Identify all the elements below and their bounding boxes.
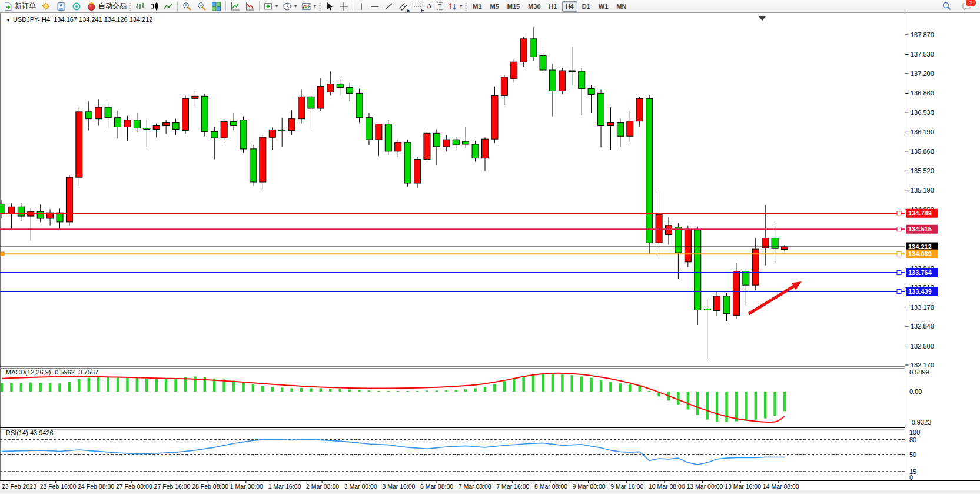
svg-text:1 Mar 16:00: 1 Mar 16:00 bbox=[268, 483, 301, 490]
text-tool-icon: A bbox=[427, 2, 432, 11]
svg-text:137.200: 137.200 bbox=[911, 70, 934, 77]
search-button[interactable] bbox=[939, 0, 954, 13]
vertical-line-tool-button[interactable] bbox=[355, 0, 368, 13]
arrows-tool-button[interactable]: ▾ bbox=[446, 0, 464, 13]
zoom-out-button[interactable] bbox=[194, 0, 209, 13]
horizontal-line-tool-button[interactable] bbox=[368, 0, 382, 13]
cursor-icon bbox=[325, 2, 334, 11]
candlestick-chart-icon bbox=[150, 2, 159, 11]
zoom-in-button[interactable] bbox=[180, 0, 194, 13]
auto-trading-label: 自动交易 bbox=[98, 1, 127, 11]
svg-text:14 Mar 08:00: 14 Mar 08:00 bbox=[763, 483, 799, 490]
toolbar-right: 1 bbox=[939, 0, 980, 13]
svg-text:134.212: 134.212 bbox=[908, 243, 932, 250]
svg-text:134.515: 134.515 bbox=[908, 226, 932, 233]
svg-text:0: 0 bbox=[909, 474, 913, 481]
signal-icon bbox=[71, 2, 82, 11]
chart-window[interactable]: 137.870137.530137.200136.860136.530136.1… bbox=[0, 13, 980, 490]
toolbar-grip bbox=[319, 2, 321, 11]
chart-title: ▼USDJPY-,H4 134.167 134.241 134.126 134.… bbox=[6, 16, 152, 23]
timeframe-D1[interactable]: D1 bbox=[579, 1, 594, 12]
svg-text:9 Mar 00:00: 9 Mar 00:00 bbox=[573, 483, 606, 490]
new-chart-button[interactable]: ▾ bbox=[261, 0, 280, 13]
line-handle[interactable] bbox=[897, 227, 901, 231]
periods-button[interactable]: ▾ bbox=[280, 0, 299, 13]
chevron-down-icon: ▾ bbox=[294, 4, 297, 9]
svg-text:134.789: 134.789 bbox=[908, 210, 932, 217]
toolbar-grip bbox=[129, 2, 131, 11]
line-handle[interactable] bbox=[897, 271, 901, 275]
text-tool-button[interactable]: A bbox=[424, 0, 434, 13]
line-chart-button[interactable] bbox=[161, 0, 175, 13]
timeframe-M5[interactable]: M5 bbox=[487, 1, 503, 12]
svg-text:136.860: 136.860 bbox=[911, 89, 934, 97]
bar-chart-button[interactable] bbox=[133, 0, 147, 13]
market-button[interactable] bbox=[54, 0, 69, 13]
svg-text:1 Mar 00:00: 1 Mar 00:00 bbox=[230, 483, 263, 490]
auto-trading-button[interactable]: 自动交易 bbox=[84, 0, 129, 13]
profit-chart-button[interactable] bbox=[228, 0, 242, 13]
fibonacci-letter: F bbox=[421, 8, 424, 13]
new-chart-icon bbox=[264, 2, 273, 11]
favorites-button[interactable] bbox=[38, 0, 54, 13]
svg-text:137.530: 137.530 bbox=[911, 51, 934, 58]
text-label-tool-button[interactable]: T bbox=[434, 0, 446, 13]
svg-text:28 Feb 08:00: 28 Feb 08:00 bbox=[192, 483, 228, 490]
toolbar-separator bbox=[259, 1, 260, 11]
svg-text:23 Feb 2023: 23 Feb 2023 bbox=[2, 483, 36, 490]
auto-trading-icon bbox=[87, 2, 97, 11]
timeframe-W1[interactable]: W1 bbox=[595, 1, 612, 12]
text-label-icon: T bbox=[437, 2, 444, 10]
collapse-triangle-icon[interactable]: ▼ bbox=[6, 18, 11, 23]
timeframe-H4[interactable]: H4 bbox=[562, 1, 577, 12]
svg-text:27 Feb 16:00: 27 Feb 16:00 bbox=[154, 483, 191, 490]
signals-button[interactable] bbox=[69, 0, 84, 13]
line-handle[interactable] bbox=[897, 211, 901, 215]
zoom-out-icon bbox=[197, 2, 207, 11]
tile-windows-button[interactable] bbox=[209, 0, 224, 13]
horizontal-line-icon bbox=[370, 2, 380, 11]
notifications-button[interactable]: 1 bbox=[959, 0, 974, 13]
crosshair-tool-button[interactable] bbox=[337, 0, 351, 13]
svg-text:132.840: 132.840 bbox=[911, 323, 934, 330]
svg-text:132.500: 132.500 bbox=[911, 343, 934, 350]
svg-text:100: 100 bbox=[909, 429, 920, 436]
chevron-down-icon: ▾ bbox=[460, 4, 462, 9]
loss-chart-button[interactable] bbox=[242, 0, 257, 13]
timeframe-M15[interactable]: M15 bbox=[504, 1, 523, 12]
price-axis: 137.870137.530137.200136.860136.530136.1… bbox=[905, 31, 934, 369]
trend-arrow-annotation[interactable] bbox=[749, 281, 802, 314]
timeframe-M30[interactable]: M30 bbox=[524, 1, 544, 12]
timeframe-H1[interactable]: H1 bbox=[546, 1, 561, 12]
templates-button[interactable]: ▾ bbox=[299, 0, 318, 13]
svg-text:24 Feb 08:00: 24 Feb 08:00 bbox=[78, 483, 114, 490]
fibonacci-tool-button[interactable]: F bbox=[410, 0, 424, 13]
profit-up-icon bbox=[230, 2, 240, 11]
svg-text:27 Feb 00:00: 27 Feb 00:00 bbox=[116, 483, 152, 490]
svg-text:50: 50 bbox=[909, 451, 916, 458]
trendline-tool-button[interactable] bbox=[382, 0, 396, 13]
market-person-icon bbox=[56, 2, 67, 11]
crosshair-icon bbox=[339, 2, 348, 11]
svg-text:23 Feb 16:00: 23 Feb 16:00 bbox=[40, 483, 77, 490]
svg-text:133.439: 133.439 bbox=[908, 288, 932, 295]
candles-layer bbox=[0, 27, 788, 359]
candlestick-chart-button[interactable] bbox=[147, 0, 161, 13]
cursor-tool-button[interactable] bbox=[323, 0, 337, 13]
template-icon bbox=[301, 2, 311, 11]
ohlc-values: 134.167 134.241 134.126 134.212 bbox=[54, 16, 152, 23]
timeframe-M1[interactable]: M1 bbox=[469, 1, 485, 12]
svg-text:136.190: 136.190 bbox=[911, 128, 934, 135]
toolbar-separator bbox=[177, 1, 178, 11]
channel-tool-button[interactable]: E bbox=[396, 0, 410, 13]
line-handle[interactable] bbox=[897, 290, 901, 294]
toolbar-separator bbox=[225, 1, 226, 11]
timeframe-MN[interactable]: MN bbox=[613, 1, 630, 12]
main-chart-svg[interactable]: 137.870137.530137.200136.860136.530136.1… bbox=[0, 13, 980, 490]
new-order-button[interactable]: 新订单 bbox=[1, 0, 38, 13]
chevron-down-icon: ▾ bbox=[314, 4, 316, 9]
svg-text:135.860: 135.860 bbox=[911, 148, 934, 155]
arrows-icon bbox=[448, 2, 457, 11]
line-handle[interactable] bbox=[897, 252, 901, 256]
new-order-icon bbox=[4, 2, 13, 11]
